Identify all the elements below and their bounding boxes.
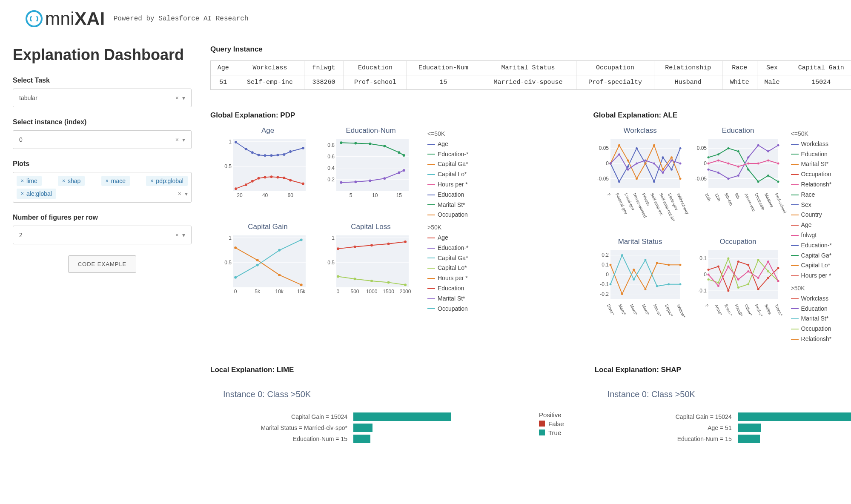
legend-item: True — [539, 429, 564, 436]
legend-item: Education-* — [791, 241, 832, 251]
feature-bar — [353, 424, 372, 432]
code-example-button[interactable]: CODE EXAMPLE — [68, 255, 137, 273]
table-cell: White — [722, 75, 757, 90]
plot-tag[interactable]: ×lime — [17, 176, 42, 186]
legend-label: Education-* — [438, 243, 468, 253]
remove-icon[interactable]: × — [150, 178, 153, 184]
legend-swatch — [791, 265, 799, 266]
legend-item: Age — [427, 139, 468, 149]
chart-title: Marital Status — [593, 238, 687, 246]
svg-point-119 — [653, 163, 655, 165]
svg-text:0.5: 0.5 — [327, 260, 335, 266]
legend-item: Education — [427, 284, 468, 294]
svg-point-136 — [767, 175, 769, 177]
pdp-chart-grid: Age0.51204060Education-Num0.20.40.60.851… — [210, 126, 420, 314]
svg-point-132 — [727, 147, 729, 149]
svg-point-82 — [387, 281, 390, 284]
clear-icon[interactable]: × — [175, 94, 179, 101]
feature-label: Education-Num = 15 — [223, 435, 351, 442]
svg-text:0.05: 0.05 — [696, 145, 707, 151]
plot-tag[interactable]: ×ale:global — [17, 189, 56, 199]
svg-text:0.2: 0.2 — [602, 252, 609, 258]
legend-label: Occupation — [801, 324, 831, 334]
svg-point-199 — [757, 259, 759, 261]
svg-point-6 — [245, 148, 247, 150]
svg-point-37 — [340, 141, 342, 144]
svg-rect-28 — [336, 139, 409, 191]
plot-tag[interactable]: ×pdp:global — [146, 176, 188, 186]
svg-point-190 — [747, 264, 749, 266]
svg-point-146 — [707, 163, 709, 165]
figs-select[interactable]: 2 × ▾ — [13, 226, 192, 244]
remove-icon[interactable]: × — [62, 178, 65, 184]
legend-label: Capital Lo* — [438, 263, 467, 273]
plot-tag[interactable]: ×shap — [58, 176, 85, 186]
svg-point-165 — [609, 264, 611, 266]
svg-point-137 — [777, 180, 779, 183]
legend-item: Occupation — [791, 169, 832, 180]
legend-item: fnlwgt — [791, 230, 832, 241]
clear-icon[interactable]: × — [175, 232, 179, 238]
svg-text:-0.1: -0.1 — [600, 281, 609, 287]
feature-bar — [738, 412, 851, 421]
legend-swatch — [427, 184, 435, 185]
svg-point-112 — [670, 156, 673, 158]
legend-swatch — [427, 268, 435, 269]
chart-title: Capital Gain — [219, 223, 317, 231]
pdp-title: Global Explanation: PDP — [210, 111, 576, 120]
legend-swatch — [791, 174, 799, 175]
table-cell: 51 — [211, 75, 236, 90]
svg-point-111 — [662, 169, 664, 171]
feature-bar — [353, 412, 451, 421]
remove-icon[interactable]: × — [21, 191, 24, 197]
legend-item: Education — [791, 149, 832, 160]
remove-icon[interactable]: × — [21, 178, 24, 184]
svg-point-209 — [777, 280, 779, 282]
svg-point-18 — [258, 177, 260, 180]
plot-tag-label: pdp:global — [156, 178, 183, 184]
figs-label: Number of figures per row — [13, 214, 192, 221]
svg-point-44 — [354, 180, 357, 183]
svg-text:60: 60 — [288, 192, 294, 198]
clear-icon[interactable]: × — [175, 136, 179, 143]
legend-swatch — [791, 215, 799, 215]
logo: mniXAI — [26, 9, 105, 29]
remove-icon[interactable]: × — [106, 178, 109, 184]
task-select[interactable]: tabular × ▾ — [13, 89, 192, 107]
legend-item: Relationsh* — [791, 334, 832, 344]
plot-tag[interactable]: ×mace — [101, 176, 130, 186]
svg-point-120 — [662, 172, 664, 174]
chart-svg: 0.20.40.60.851015 — [322, 137, 411, 200]
legend-label: Capital Ga* — [438, 159, 468, 169]
feature-bar-row: Capital Gain = 15024 — [607, 411, 851, 422]
svg-point-14 — [302, 147, 304, 149]
feature-label: Age = 51 — [607, 424, 735, 431]
svg-text:0.8: 0.8 — [327, 142, 335, 148]
chevron-down-icon[interactable]: ▾ — [185, 190, 188, 197]
chevron-down-icon[interactable]: ▾ — [182, 232, 185, 238]
feature-bar-row: Education-Num = 15 — [607, 433, 851, 444]
svg-point-138 — [707, 169, 709, 171]
pdp-card: Global Explanation: PDP Age0.51204060Edu… — [204, 103, 582, 352]
svg-point-13 — [289, 150, 292, 153]
legend-item: Marital St* — [791, 159, 832, 169]
svg-point-17 — [251, 180, 254, 183]
plots-multiselect[interactable]: ×lime×shap×mace×pdp:global×ale:global × … — [13, 172, 192, 203]
svg-point-170 — [668, 264, 670, 266]
svg-text:-0.2: -0.2 — [600, 291, 609, 297]
legend-swatch — [791, 318, 799, 319]
svg-point-83 — [404, 284, 407, 286]
chevron-down-icon[interactable]: ▾ — [182, 94, 185, 101]
svg-point-148 — [727, 163, 729, 165]
legend-item: Capital Ga* — [427, 159, 468, 169]
svg-point-106 — [618, 144, 620, 146]
chevron-down-icon[interactable]: ▾ — [182, 136, 185, 143]
legend-item: Occupation — [427, 304, 468, 314]
svg-text:1: 1 — [229, 139, 232, 145]
clear-icon[interactable]: × — [178, 190, 181, 197]
table-cell: Prof-school — [344, 75, 407, 90]
legend-item: Occupation — [791, 324, 832, 334]
instance-select[interactable]: 0 × ▾ — [13, 130, 192, 149]
svg-point-74 — [337, 248, 339, 250]
lime-card: Local Explanation: LIME Instance 0: Clas… — [204, 358, 583, 457]
